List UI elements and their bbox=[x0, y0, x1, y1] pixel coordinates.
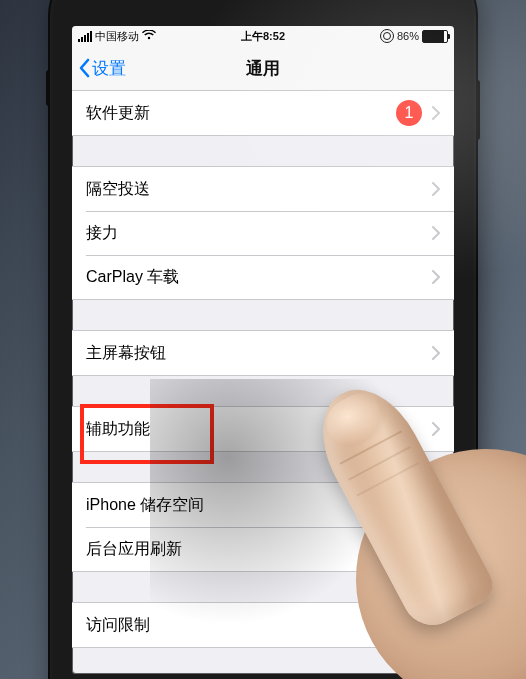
phone-frame: 中国移动 上午8:52 86% 设置 通用 bbox=[50, 0, 476, 679]
chevron-right-icon bbox=[432, 226, 440, 240]
row-background-refresh[interactable]: 后台应用刷新 bbox=[72, 527, 454, 571]
row-airdrop[interactable]: 隔空投送 bbox=[72, 167, 454, 211]
chevron-right-icon bbox=[432, 542, 440, 556]
chevron-right-icon bbox=[432, 618, 440, 632]
chevron-right-icon bbox=[432, 422, 440, 436]
settings-list: 软件更新 1 隔空投送 接力 CarPlay 车载 bbox=[72, 90, 454, 674]
row-label: 隔空投送 bbox=[86, 179, 432, 200]
battery-icon bbox=[422, 30, 448, 43]
row-label: 主屏幕按钮 bbox=[86, 343, 432, 364]
orientation-lock-icon bbox=[380, 29, 394, 43]
row-label: CarPlay 车载 bbox=[86, 267, 432, 288]
back-label: 设置 bbox=[92, 57, 126, 80]
chevron-right-icon bbox=[432, 346, 440, 360]
signal-icon bbox=[78, 31, 92, 42]
update-badge: 1 bbox=[396, 100, 422, 126]
row-handoff[interactable]: 接力 bbox=[72, 211, 454, 255]
row-iphone-storage[interactable]: iPhone 储存空间 bbox=[72, 483, 454, 527]
back-button[interactable]: 设置 bbox=[72, 57, 126, 80]
row-restrictions[interactable]: 访问限制 关闭 bbox=[72, 603, 454, 647]
row-label: 访问限制 bbox=[86, 615, 392, 636]
row-detail: 关闭 bbox=[392, 615, 424, 636]
screen: 中国移动 上午8:52 86% 设置 通用 bbox=[72, 26, 454, 674]
row-software-update[interactable]: 软件更新 1 bbox=[72, 91, 454, 135]
row-label: iPhone 储存空间 bbox=[86, 495, 432, 516]
row-label: 后台应用刷新 bbox=[86, 539, 432, 560]
chevron-left-icon bbox=[78, 58, 90, 78]
status-bar: 中国移动 上午8:52 86% bbox=[72, 26, 454, 46]
row-carplay[interactable]: CarPlay 车载 bbox=[72, 255, 454, 299]
row-label: 接力 bbox=[86, 223, 432, 244]
row-accessibility[interactable]: 辅助功能 bbox=[72, 407, 454, 451]
wifi-icon bbox=[142, 30, 156, 42]
row-label: 软件更新 bbox=[86, 103, 396, 124]
chevron-right-icon bbox=[432, 106, 440, 120]
nav-bar: 设置 通用 bbox=[72, 46, 454, 91]
carrier-label: 中国移动 bbox=[95, 29, 139, 44]
chevron-right-icon bbox=[432, 270, 440, 284]
chevron-right-icon bbox=[432, 182, 440, 196]
battery-percent: 86% bbox=[397, 30, 419, 42]
chevron-right-icon bbox=[432, 498, 440, 512]
row-label: 辅助功能 bbox=[86, 419, 432, 440]
page-title: 通用 bbox=[72, 57, 454, 80]
row-home-button[interactable]: 主屏幕按钮 bbox=[72, 331, 454, 375]
